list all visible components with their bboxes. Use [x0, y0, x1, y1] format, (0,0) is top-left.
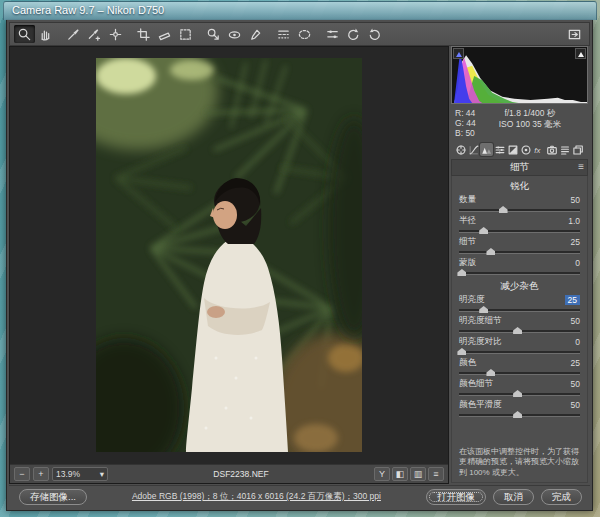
- exposure-readout: f/1.8 1/400 秒 ISO 100 35 毫米: [476, 108, 584, 138]
- slider-track[interactable]: [459, 247, 580, 256]
- slider-track[interactable]: [459, 326, 580, 335]
- slider-track[interactable]: [459, 410, 580, 419]
- zoom-level-select[interactable]: 13.9% ▾: [52, 467, 108, 481]
- preview-toggle-button[interactable]: Y: [374, 467, 390, 481]
- color-sampler-tool[interactable]: [84, 25, 105, 43]
- straighten-tool[interactable]: [154, 25, 175, 43]
- preview-settings-menu-button[interactable]: ≡: [428, 467, 444, 481]
- radial-filter-tool[interactable]: [294, 25, 315, 43]
- slider-value[interactable]: 0: [575, 258, 580, 268]
- hand-tool[interactable]: [35, 25, 56, 43]
- transform-tool[interactable]: [175, 25, 196, 43]
- histogram-chart: [452, 47, 587, 103]
- graduated-filter-tool[interactable]: [273, 25, 294, 43]
- rotate-left-tool[interactable]: [343, 25, 364, 43]
- spot-removal-tool[interactable]: [203, 25, 224, 43]
- tab-effects[interactable]: fx: [533, 143, 546, 156]
- highlight-clipping-indicator[interactable]: [575, 48, 586, 59]
- split-toning-icon: [507, 144, 519, 156]
- slider-value[interactable]: 25: [571, 358, 580, 368]
- section-title: 锐化: [459, 180, 580, 193]
- slider-value[interactable]: 0: [575, 337, 580, 347]
- slider-value[interactable]: 50: [571, 379, 580, 389]
- slider-thumb[interactable]: [513, 390, 522, 397]
- camera-info: R: 44 G: 44 B: 50 f/1.8 1/400 秒 ISO 100 …: [449, 104, 590, 140]
- tab-presets[interactable]: [559, 143, 572, 156]
- tab-camera-calibration[interactable]: [546, 143, 559, 156]
- slider-track[interactable]: [459, 305, 580, 314]
- slider-value[interactable]: 50: [571, 195, 580, 205]
- section-title: 减少杂色: [459, 280, 580, 293]
- crop-tool[interactable]: [133, 25, 154, 43]
- slider-track[interactable]: [459, 226, 580, 235]
- workflow-options-link[interactable]: Adobe RGB (1998)；8 位；4016 x 6016 (24.2 百…: [87, 491, 426, 503]
- slider-track[interactable]: [459, 205, 580, 214]
- brush-icon: [248, 27, 263, 42]
- red-eye-tool[interactable]: [224, 25, 245, 43]
- shadow-clipping-indicator[interactable]: [453, 48, 464, 59]
- adjustment-brush-tool[interactable]: [245, 25, 266, 43]
- rgb-g: G: 44: [455, 118, 476, 128]
- save-image-button[interactable]: 存储图像...: [19, 489, 87, 505]
- image-canvas[interactable]: [10, 47, 448, 465]
- slider-thumb[interactable]: [457, 269, 466, 276]
- slider-track[interactable]: [459, 389, 580, 398]
- tab-split-toning[interactable]: [506, 143, 519, 156]
- slider-thumb[interactable]: [479, 306, 488, 313]
- slider-value[interactable]: 25: [565, 295, 580, 305]
- slider-thumb[interactable]: [457, 348, 466, 355]
- before-after-left-button[interactable]: ◧: [392, 467, 408, 481]
- slider-thumb[interactable]: [486, 369, 495, 376]
- zoom-tool[interactable]: [14, 25, 35, 43]
- zoom-out-button[interactable]: −: [14, 467, 30, 481]
- slider-value[interactable]: 50: [571, 400, 580, 410]
- adjustments-panel: R: 44 G: 44 B: 50 f/1.8 1/400 秒 ISO 100 …: [449, 46, 590, 484]
- slider-track[interactable]: [459, 368, 580, 377]
- spot-icon: [206, 27, 221, 42]
- tab-tone-curve[interactable]: [467, 143, 480, 156]
- toolbar: [9, 22, 590, 46]
- slider-thumb[interactable]: [479, 227, 488, 234]
- tab-hsl-grayscale[interactable]: [493, 143, 506, 156]
- zoom-icon: [17, 27, 32, 42]
- tab-detail[interactable]: [480, 143, 493, 156]
- rotate-right-tool[interactable]: [364, 25, 385, 43]
- window-titlebar[interactable]: Camera Raw 9.7 – Nikon D750: [3, 1, 597, 20]
- cancel-button[interactable]: 取消: [493, 489, 534, 505]
- tab-lens-corrections[interactable]: [520, 143, 533, 156]
- before-after-split-button[interactable]: ▥: [410, 467, 426, 481]
- preferences-tool[interactable]: [322, 25, 343, 43]
- slider-row: 明亮度对比0: [459, 337, 580, 356]
- straighten-icon: [157, 27, 172, 42]
- slider-thumb[interactable]: [486, 248, 495, 255]
- radial-icon: [297, 27, 312, 42]
- chevron-down-icon: ▾: [100, 469, 104, 479]
- panel-menu-icon[interactable]: ≡: [578, 160, 584, 174]
- presets-icon: [559, 144, 571, 156]
- panel-tabs: fx: [449, 140, 590, 158]
- preview-area: − + 13.9% ▾ DSF2238.NEF Y◧▥≡: [9, 46, 449, 484]
- slider-track[interactable]: [459, 268, 580, 277]
- zoom-in-button[interactable]: +: [33, 467, 49, 481]
- slider-thumb[interactable]: [499, 206, 508, 213]
- targeted-adjustment-tool[interactable]: [105, 25, 126, 43]
- slider-thumb[interactable]: [513, 411, 522, 418]
- rotr-icon: [367, 27, 382, 42]
- slider-row: 数量50: [459, 195, 580, 214]
- slider-thumb[interactable]: [513, 327, 522, 334]
- exposure-iso-focal: ISO 100 35 毫米: [476, 119, 584, 130]
- slider-track[interactable]: [459, 347, 580, 356]
- rotl-icon: [346, 27, 361, 42]
- slider-value[interactable]: 25: [571, 237, 580, 247]
- tab-basic[interactable]: [454, 143, 467, 156]
- open-image-button[interactable]: 打开图像: [426, 489, 486, 505]
- slider-value[interactable]: 1.0: [568, 216, 580, 226]
- panel-tip-text: 在该面板中调整控件时，为了获得更精确的预览，请将预览大小缩放到 100% 或更大…: [459, 447, 580, 479]
- slider-value[interactable]: 50: [571, 316, 580, 326]
- filename-label: DSF2238.NEF: [111, 469, 371, 479]
- lens-corrections-icon: [520, 144, 532, 156]
- toggle-fullscreen-button[interactable]: [564, 25, 585, 43]
- done-button[interactable]: 完成: [541, 489, 582, 505]
- tab-snapshots[interactable]: [572, 143, 585, 156]
- white-balance-tool[interactable]: [63, 25, 84, 43]
